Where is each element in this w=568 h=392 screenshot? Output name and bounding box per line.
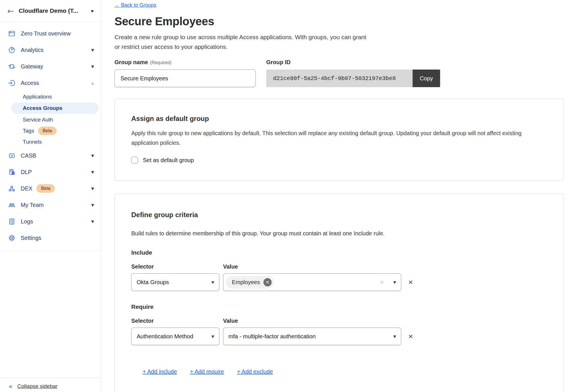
sidebar-item-settings[interactable]: Settings [0,230,101,246]
caret-right-icon: ▶ [91,9,94,12]
group-id-row: d21ce80f-5a25-4bcf-9b07-5032197e3be8 Cop… [266,70,440,87]
require-rule-row: Authentication Method ▼ mfa - multiple-f… [131,328,546,345]
chevron-up-icon: ▲ [91,81,94,85]
sidebar-item-access-groups[interactable]: Access Groups [11,102,99,114]
account-title: Cloudflare Demo (T... [19,7,87,14]
chevron-down-icon: ▼ [91,203,94,207]
require-selector-value: Authentication Method [137,333,193,340]
sidebar-item-label: Zero Trust overview [21,30,71,37]
default-group-card-title: Assign as default group [131,115,546,123]
include-value-multiselect[interactable]: Employees × × ▼ [223,273,401,291]
page-title: Secure Employees [115,15,568,28]
include-selector-dropdown[interactable]: Okta Groups ▼ [131,273,219,291]
criteria-card-title: Define group criteria [131,211,546,219]
include-heading: Include [131,249,546,256]
remove-include-rule-icon[interactable]: × [408,279,413,285]
remove-require-rule-icon[interactable]: × [408,333,413,339]
sidebar-item-zero-trust-overview[interactable]: Zero Trust overview [0,25,101,42]
sidebar-item-label: Gateway [21,63,43,70]
sidebar-item-label: Applications [23,94,52,100]
default-group-checkbox[interactable] [131,157,138,163]
clear-values-icon[interactable]: × [379,279,384,285]
app-root: ← Cloudflare Demo (T... ▶ Zero Trust ove… [0,0,568,392]
document-lock-icon [8,168,16,176]
default-group-description-line: application policies. [131,138,546,148]
gateway-icon [8,63,16,70]
sidebar-item-gateway[interactable]: Gateway ▼ [0,58,101,75]
group-name-input[interactable] [115,70,256,87]
list-icon [8,218,16,225]
default-group-checkbox-label: Set as default group [143,157,194,163]
remove-tag-icon[interactable]: × [263,278,272,286]
group-name-field-group: Group name(Required) [115,59,256,87]
sidebar-item-dlp[interactable]: DLP ▼ [0,164,101,180]
sidebar-item-label: DEX [21,185,32,192]
group-id-label: Group ID [266,59,440,66]
casb-check-icon [8,152,16,160]
require-heading: Require [131,303,546,310]
sidebar-item-my-team[interactable]: My Team ▼ [0,197,101,213]
sidebar-item-service-auth[interactable]: Service Auth [0,114,101,125]
rule-actions-row: + Add include + Add require + Add exclud… [143,368,546,375]
main-content: ← Back to Groups Secure Employees Create… [101,0,568,392]
sidebar-nav: Zero Trust overview Analytics ▼ Gateway … [0,22,101,250]
sidebar-item-casb[interactable]: CASB ▼ [0,147,101,164]
default-group-description-line: Apply this rule group to new application… [131,128,546,138]
beta-badge: Beta [36,184,55,193]
require-selector-label: Selector [131,318,223,324]
back-to-groups-link[interactable]: ← Back to Groups [115,2,156,8]
sidebar-item-label: DLP [21,169,32,175]
sidebar-item-label: Analytics [21,47,43,53]
sidebar-item-applications[interactable]: Applications [0,91,101,102]
sidebar-item-analytics[interactable]: Analytics ▼ [0,42,101,58]
chevron-down-icon: ▼ [91,187,94,190]
value-tag: Employees × [226,276,274,289]
sidebar-item-label: Service Auth [23,117,53,123]
required-hint: (Required) [150,60,172,65]
chevron-down-icon: ▼ [91,48,94,52]
login-arrow-icon [8,79,16,87]
beta-badge: Beta [38,127,57,135]
value-tag-label: Employees [232,279,260,286]
window-icon [8,30,16,37]
chevron-down-icon: ▼ [91,170,94,174]
sidebar-item-label: Tags [23,128,34,134]
chevron-down-icon: ▼ [91,154,94,158]
collapse-sidebar-button[interactable]: « Collapse sidebar [0,378,101,392]
sidebar-item-tunnels[interactable]: Tunnels [0,136,101,147]
sidebar-item-label: Logs [21,218,33,225]
group-name-id-row: Group name(Required) Group ID d21ce80f-5… [115,59,568,87]
collapse-sidebar-icon: « [9,383,13,390]
sidebar-item-dex[interactable]: DEX Beta ▼ [0,180,101,197]
default-group-card-description: Apply this rule group to new application… [131,128,546,148]
include-labels-row: Selector Value [131,263,546,270]
include-rule-row: Okta Groups ▼ Employees × × ▼ × [131,273,546,291]
include-selector-value: Okta Groups [137,279,169,286]
group-id-field-group: Group ID d21ce80f-5a25-4bcf-9b07-5032197… [266,59,440,87]
require-labels-row: Selector Value [131,318,546,324]
add-include-link[interactable]: + Add include [143,368,177,375]
back-arrow-icon[interactable]: ← [7,7,14,15]
network-nodes-icon [8,185,16,192]
group-name-label: Group name [115,59,148,65]
require-value-dropdown[interactable]: mfa - multiple-factor authentication ▼ [223,328,401,345]
sidebar-item-access[interactable]: Access ▲ [0,75,101,91]
sidebar-divider [0,250,101,250]
include-value-label: Value [223,263,238,270]
add-require-link[interactable]: + Add require [190,368,224,375]
sidebar-item-label: CASB [21,152,36,159]
chevron-down-icon: ▼ [211,335,214,338]
account-switcher[interactable]: ← Cloudflare Demo (T... ▶ [0,0,101,22]
gear-icon [8,234,16,242]
chevron-down-icon: ▼ [91,65,94,68]
collapse-sidebar-label: Collapse sidebar [17,383,58,389]
require-selector-dropdown[interactable]: Authentication Method ▼ [131,328,219,345]
people-icon [8,201,16,209]
page-description: Create a new rule group to use across mu… [115,32,568,52]
default-group-card: Assign as default group Apply this rule … [115,98,564,181]
criteria-card: Define group criteria Build rules to det… [115,194,564,392]
copy-button[interactable]: Copy [413,70,440,87]
sidebar-item-tags[interactable]: Tags Beta [0,125,101,136]
add-exclude-link[interactable]: + Add exclude [237,368,273,375]
sidebar-item-logs[interactable]: Logs ▼ [0,213,101,230]
